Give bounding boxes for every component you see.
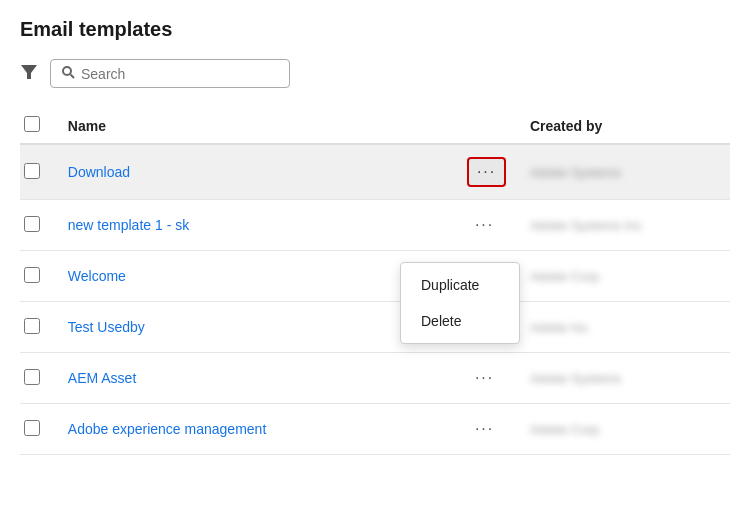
row-checkbox[interactable] <box>24 163 40 179</box>
table-row: Test Usedby···Adobe Inc <box>20 302 730 353</box>
row-checkbox[interactable] <box>24 369 40 385</box>
dropdown-item-delete[interactable]: Delete <box>401 303 519 339</box>
row-actions-cell: ··· <box>457 404 520 455</box>
table-row: Welcome···Adobe Corp <box>20 251 730 302</box>
row-checkbox[interactable] <box>24 216 40 232</box>
select-all-checkbox[interactable] <box>24 116 40 132</box>
created-by-value: Adobe Systems <box>530 371 621 386</box>
row-created-by-cell: Adobe Corp <box>520 404 730 455</box>
dropdown-item-duplicate[interactable]: Duplicate <box>401 267 519 303</box>
row-actions-cell: ··· <box>457 353 520 404</box>
template-name-link[interactable]: Test Usedby <box>68 319 145 335</box>
row-checkbox[interactable] <box>24 318 40 334</box>
search-icon <box>61 65 75 82</box>
toolbar <box>20 59 730 88</box>
row-checkbox-cell <box>20 251 58 302</box>
table-body: Download···Adobe Systemsnew template 1 -… <box>20 144 730 455</box>
page-container: Email templates Name <box>0 0 750 514</box>
template-name-link[interactable]: Welcome <box>68 268 126 284</box>
ellipsis-button[interactable]: ··· <box>467 416 502 442</box>
row-created-by-cell: Adobe Systems Inc <box>520 200 730 251</box>
table-row: AEM Asset···Adobe Systems <box>20 353 730 404</box>
row-checkbox[interactable] <box>24 267 40 283</box>
header-name: Name <box>58 108 457 144</box>
created-by-value: Adobe Systems Inc <box>530 218 642 233</box>
row-checkbox[interactable] <box>24 420 40 436</box>
row-name-cell: Adobe experience management <box>58 404 457 455</box>
header-checkbox-cell <box>20 108 58 144</box>
template-name-link[interactable]: Adobe experience management <box>68 421 266 437</box>
row-actions-cell: ··· <box>457 200 520 251</box>
row-actions-cell: ··· <box>457 144 520 200</box>
row-created-by-cell: Adobe Systems <box>520 353 730 404</box>
row-name-cell: AEM Asset <box>58 353 457 404</box>
ellipsis-button-active[interactable]: ··· <box>467 157 506 187</box>
page-title: Email templates <box>20 18 730 41</box>
row-checkbox-cell <box>20 353 58 404</box>
search-box <box>50 59 290 88</box>
table-header-row: Name Created by <box>20 108 730 144</box>
row-created-by-cell: Adobe Inc <box>520 302 730 353</box>
filter-icon[interactable] <box>20 63 38 85</box>
row-checkbox-cell <box>20 200 58 251</box>
svg-marker-0 <box>21 65 37 79</box>
template-name-link[interactable]: new template 1 - sk <box>68 217 189 233</box>
row-created-by-cell: Adobe Corp <box>520 251 730 302</box>
created-by-value: Adobe Corp <box>530 269 599 284</box>
template-name-link[interactable]: Download <box>68 164 130 180</box>
row-name-cell: Test Usedby <box>58 302 457 353</box>
template-name-link[interactable]: AEM Asset <box>68 370 136 386</box>
table-row: Adobe experience management···Adobe Corp <box>20 404 730 455</box>
created-by-value: Adobe Inc <box>530 320 589 335</box>
table-row: Download···Adobe Systems <box>20 144 730 200</box>
created-by-value: Adobe Systems <box>530 165 621 180</box>
table-row: new template 1 - sk···Adobe Systems Inc <box>20 200 730 251</box>
created-by-value: Adobe Corp <box>530 422 599 437</box>
row-name-cell: Welcome <box>58 251 457 302</box>
row-name-cell: new template 1 - sk <box>58 200 457 251</box>
templates-table: Name Created by Download···Adobe Systems… <box>20 108 730 455</box>
row-checkbox-cell <box>20 302 58 353</box>
header-actions <box>457 108 520 144</box>
row-name-cell: Download <box>58 144 457 200</box>
row-checkbox-cell <box>20 144 58 200</box>
row-checkbox-cell <box>20 404 58 455</box>
dropdown-menu: Duplicate Delete <box>400 262 520 344</box>
ellipsis-button[interactable]: ··· <box>467 365 502 391</box>
ellipsis-button[interactable]: ··· <box>467 212 502 238</box>
svg-point-1 <box>63 67 71 75</box>
row-created-by-cell: Adobe Systems <box>520 144 730 200</box>
header-created-by: Created by <box>520 108 730 144</box>
search-input[interactable] <box>81 66 279 82</box>
svg-line-2 <box>71 75 75 79</box>
